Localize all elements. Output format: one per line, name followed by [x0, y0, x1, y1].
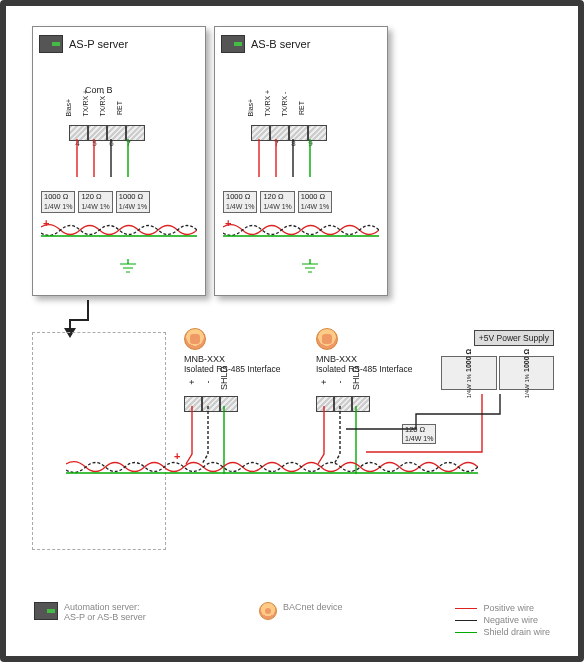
- resistor-1k: 1000 Ω1/4W 1%: [223, 191, 257, 213]
- sign-minus: -: [332, 374, 348, 390]
- bacnet-sign-row: + - SHLD: [316, 374, 412, 390]
- num: 5: [86, 139, 103, 148]
- inline-resistor-120: 120 Ω1/4W 1%: [402, 424, 436, 444]
- bacnet-title: MNB-XXX: [184, 354, 280, 364]
- legend-pos-label: Positive wire: [483, 603, 534, 613]
- num: 7: [268, 139, 285, 148]
- server-icon: [39, 35, 63, 53]
- server-icon: [221, 35, 245, 53]
- num: 8: [285, 139, 302, 148]
- asb-terminal-numbers: 7 8 9: [251, 139, 319, 148]
- bacnet-subtitle: Isolated RS-485 Interface: [184, 364, 280, 374]
- legend: Automation server: AS-P or AS-B server B…: [34, 602, 550, 638]
- asp-resistor-row: 1000 Ω1/4W 1% 120 Ω1/4W 1% 1000 Ω1/4W 1%: [41, 191, 150, 213]
- legend-neg-label: Negative wire: [483, 615, 538, 625]
- bacnet-icon: [184, 328, 206, 350]
- legend-bacnet: BACnet device: [259, 602, 343, 620]
- ground-icon: [301, 259, 319, 275]
- lbl-ret: RET: [296, 100, 326, 117]
- sign-shld: SHLD: [216, 374, 232, 390]
- legend-lines: Positive wire Negative wire Shield drain…: [455, 602, 550, 638]
- asb-terminal-labels: Bias+ TX/RX + TX/RX - RET: [251, 93, 319, 123]
- ground-icon: [119, 259, 137, 275]
- bacnet-device-1: MNB-XXX Isolated RS-485 Interface + - SH…: [184, 328, 280, 412]
- asp-server-box: AS-P server Com B Bias+ TX/RX + TX/RX - …: [32, 26, 206, 296]
- num: [251, 139, 268, 148]
- num: 6: [103, 139, 120, 148]
- bacnet-terminals: [316, 396, 412, 412]
- sign-plus: +: [316, 374, 332, 390]
- resistor-1k: 1000 Ω1/4W 1%: [41, 191, 75, 213]
- bacnet-icon: [259, 602, 277, 620]
- legend-automation-label: Automation server: AS-P or AS-B server: [64, 602, 146, 622]
- asp-terminal-numbers: 4 5 6 7: [69, 139, 137, 148]
- power-supply: +5V Power Supply: [474, 330, 554, 346]
- resistor-1k: 1000 Ω1/4W 1%: [298, 191, 332, 213]
- twisted-pair: [223, 223, 379, 237]
- bacnet-terminals: [184, 396, 280, 412]
- asb-title: AS-B server: [251, 38, 310, 50]
- sign-minus: -: [200, 374, 216, 390]
- asb-resistor-row: 1000 Ω1/4W 1% 120 Ω1/4W 1% 1000 Ω1/4W 1%: [223, 191, 332, 213]
- legend-automation: Automation server: AS-P or AS-B server: [34, 602, 146, 622]
- bacnet-title: MNB-XXX: [316, 354, 412, 364]
- lbl-ret: RET: [114, 100, 144, 117]
- swatch-shield: [455, 632, 477, 633]
- psu-resistors: 1/4W 1% 1000 Ω 1/4W 1% 1000 Ω: [441, 356, 554, 390]
- twisted-pair: [41, 223, 197, 237]
- bacnet-icon: [316, 328, 338, 350]
- swatch-negative: [455, 620, 477, 621]
- dashed-placeholder: [32, 332, 166, 550]
- asp-title: AS-P server: [69, 38, 128, 50]
- num: 7: [120, 139, 137, 148]
- diagram-frame: AS-P server Com B Bias+ TX/RX + TX/RX - …: [0, 0, 584, 662]
- bacnet-sign-row: + - SHLD: [184, 374, 280, 390]
- sign-plus: +: [184, 374, 200, 390]
- resistor-1k: 1/4W 1% 1000 Ω: [441, 356, 496, 390]
- sign-shld: SHLD: [348, 374, 364, 390]
- asp-terminal-labels: Bias+ TX/RX + TX/RX - RET: [69, 93, 137, 123]
- bacnet-device-2: MNB-XXX Isolated RS-485 Interface + - SH…: [316, 328, 412, 412]
- legend-shld-label: Shield drain wire: [483, 627, 550, 637]
- asb-server-box: AS-B server Bias+ TX/RX + TX/RX - RET 7 …: [214, 26, 388, 296]
- num: 9: [302, 139, 319, 148]
- swatch-positive: [455, 608, 477, 609]
- resistor-1k: 1/4W 1% 1000 Ω: [499, 356, 554, 390]
- resistor-1k: 1000 Ω1/4W 1%: [116, 191, 150, 213]
- bacnet-subtitle: Isolated RS-485 Interface: [316, 364, 412, 374]
- legend-bacnet-label: BACnet device: [283, 602, 343, 612]
- resistor-120: 120 Ω1/4W 1%: [78, 191, 112, 213]
- lower-twisted-pair: [66, 460, 478, 474]
- resistor-120: 120 Ω1/4W 1%: [260, 191, 294, 213]
- server-icon: [34, 602, 58, 620]
- num: 4: [69, 139, 86, 148]
